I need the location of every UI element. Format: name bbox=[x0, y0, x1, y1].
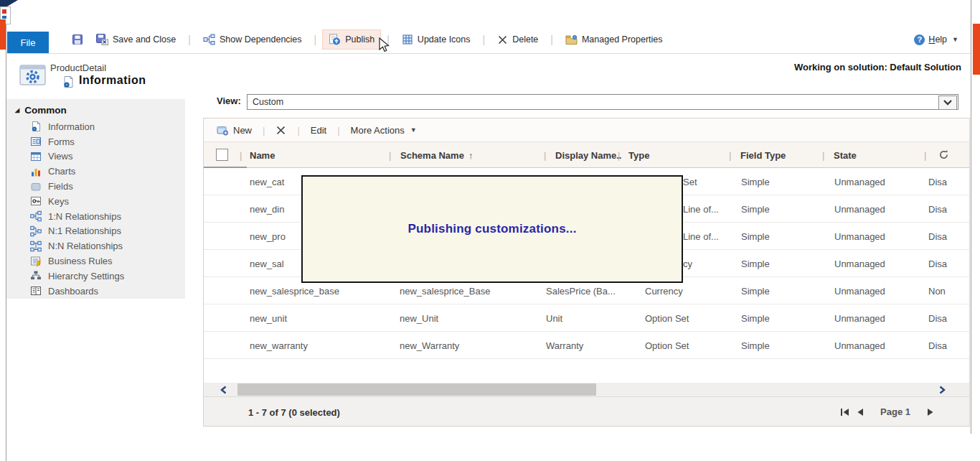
cell-field-type: Simple bbox=[741, 176, 770, 187]
grid-header-row: | Name | Schema Name↑ | Display Name.. |… bbox=[204, 142, 969, 168]
save-and-close-icon bbox=[96, 34, 108, 45]
show-dependencies-button[interactable]: Show Dependencies bbox=[197, 29, 308, 50]
column-separator: | bbox=[544, 149, 546, 160]
sidebar-nav-list: InformationFormsViewsChartsFieldsKeys1:N… bbox=[6, 119, 185, 299]
save-and-close-button[interactable]: Save and Close bbox=[90, 29, 182, 50]
cell-field-type: Simple bbox=[741, 203, 770, 214]
cell-name: new_unit bbox=[250, 312, 287, 323]
column-header-field-type[interactable]: Field Type bbox=[740, 149, 786, 160]
table-row[interactable]: new_unitnew_UnitUnitOption SetSimpleUnma… bbox=[204, 304, 969, 332]
show-dependencies-icon bbox=[203, 34, 215, 45]
column-header-name[interactable]: Name bbox=[250, 149, 275, 160]
sidebar: ◢ Common InformationFormsViewsChartsFiel… bbox=[6, 99, 185, 299]
horizontal-scrollbar[interactable] bbox=[204, 383, 969, 396]
sidebar-item-label: Keys bbox=[48, 196, 69, 207]
sidebar-item-business-rules[interactable]: Business Rules bbox=[6, 253, 185, 269]
file-tab[interactable]: File bbox=[7, 32, 49, 53]
next-page-button[interactable] bbox=[926, 408, 935, 416]
column-header-display-name[interactable]: Display Name.. bbox=[555, 149, 622, 160]
new-icon bbox=[217, 124, 229, 136]
sidebar-item-dashboards[interactable]: Dashboards bbox=[6, 284, 185, 299]
publish-label: Publish bbox=[345, 34, 374, 45]
update-icons-label: Update Icons bbox=[418, 34, 471, 45]
delete-label: Delete bbox=[512, 34, 538, 45]
view-dropdown[interactable]: Custom bbox=[247, 94, 958, 110]
scrollbar-thumb[interactable] bbox=[237, 383, 596, 396]
sidebar-item-forms[interactable]: Forms bbox=[6, 134, 185, 149]
update-icons-icon bbox=[402, 34, 413, 45]
sidebar-item-information[interactable]: Information bbox=[6, 119, 185, 134]
cell-schema: new_Warranty bbox=[400, 340, 459, 350]
cell-state: Unmanaged bbox=[834, 203, 885, 214]
cell-last: Disa bbox=[928, 312, 947, 323]
cell-state: Unmanaged bbox=[834, 176, 885, 187]
sidebar-group-common[interactable]: ◢ Common bbox=[6, 99, 185, 119]
column-header-schema[interactable]: Schema Name↑ bbox=[400, 149, 473, 160]
sidebar-group-label: Common bbox=[24, 105, 67, 116]
sidebar-item-views[interactable]: Views bbox=[6, 149, 185, 164]
scroll-right-icon[interactable] bbox=[935, 383, 949, 396]
help-button[interactable]: ? Help ▼ bbox=[914, 26, 958, 53]
cell-state: Unmanaged bbox=[834, 340, 885, 350]
new-button[interactable]: New bbox=[212, 121, 256, 139]
select-all-checkbox[interactable] bbox=[216, 149, 228, 161]
chevron-down-icon: ▼ bbox=[410, 126, 417, 134]
delete-button[interactable]: Delete bbox=[491, 30, 545, 50]
delete-rows-button[interactable] bbox=[271, 122, 291, 139]
previous-page-button[interactable] bbox=[856, 408, 864, 416]
toolbar-separator: | bbox=[263, 125, 265, 136]
sidebar-item-1-n-relationships[interactable]: 1:N Relationships bbox=[6, 209, 185, 224]
sidebar-item-label: Fields bbox=[48, 181, 73, 192]
table-row[interactable]: new_warrantynew_WarrantyWarrantyOption S… bbox=[204, 332, 969, 359]
cell-type-fragment: Set bbox=[683, 176, 697, 187]
publishing-dialog: Publishing customizations... bbox=[301, 175, 683, 283]
help-label: Help bbox=[928, 34, 947, 45]
column-header-state[interactable]: State bbox=[834, 149, 857, 160]
forms-icon bbox=[30, 136, 42, 147]
more-actions-label: More Actions bbox=[351, 125, 405, 136]
publish-button[interactable]: Publish bbox=[322, 29, 381, 50]
cell-name: new_salesprice_base bbox=[250, 285, 339, 296]
sidebar-item-fields[interactable]: Fields bbox=[6, 179, 185, 194]
scroll-left-icon[interactable] bbox=[217, 383, 231, 396]
cell-state: Unmanaged bbox=[834, 285, 885, 296]
column-header-type[interactable]: Type bbox=[628, 149, 649, 160]
sidebar-item-label: Information bbox=[48, 121, 95, 132]
save-button[interactable] bbox=[65, 29, 90, 50]
sidebar-item-label: Dashboards bbox=[48, 286, 98, 297]
save-and-close-label: Save and Close bbox=[113, 34, 176, 45]
cell-state: Unmanaged bbox=[834, 230, 885, 241]
page-indicator: Page 1 bbox=[880, 406, 910, 417]
sidebar-item-hierarchy-settings[interactable]: Hierarchy Settings bbox=[6, 269, 185, 284]
background-window-blue-mark bbox=[2, 16, 6, 19]
managed-properties-button[interactable]: Managed Properties bbox=[559, 29, 669, 50]
update-icons-button[interactable]: Update Icons bbox=[395, 29, 477, 50]
sidebar-item-charts[interactable]: Charts bbox=[6, 164, 185, 179]
information-page-icon bbox=[62, 75, 75, 88]
collapse-triangle-icon: ◢ bbox=[15, 107, 19, 113]
working-on-solution-label: Working on solution: Default Solution bbox=[794, 62, 961, 73]
toolbar-separator: | bbox=[337, 125, 339, 136]
sidebar-item-label: Business Rules bbox=[48, 256, 113, 266]
column-separator: | bbox=[729, 149, 731, 160]
more-actions-button[interactable]: More Actions ▼ bbox=[347, 122, 421, 139]
entity-name: ProductDetail bbox=[50, 62, 106, 73]
edit-label: Edit bbox=[311, 125, 326, 136]
chevron-down-icon[interactable] bbox=[938, 96, 957, 110]
cell-field-type: Simple bbox=[741, 312, 770, 323]
column-separator: | bbox=[240, 149, 242, 160]
column-separator: | bbox=[618, 149, 620, 160]
new-label: New bbox=[233, 125, 252, 136]
cell-field-type: Simple bbox=[741, 340, 770, 350]
cell-display: Unit bbox=[546, 312, 562, 323]
sidebar-item-n-n-relationships[interactable]: N:N Relationships bbox=[6, 238, 185, 253]
business-rules-icon bbox=[30, 256, 42, 267]
refresh-icon[interactable] bbox=[937, 148, 951, 162]
entity-icon bbox=[19, 63, 48, 88]
edit-button[interactable]: Edit bbox=[306, 122, 331, 139]
cell-last: Non bbox=[928, 285, 946, 296]
first-page-button[interactable] bbox=[840, 408, 850, 416]
cell-display: SalesPrice (Ba... bbox=[546, 285, 616, 296]
sidebar-item-keys[interactable]: Keys bbox=[6, 194, 185, 209]
sidebar-item-n-1-relationships[interactable]: N:1 Relationships bbox=[6, 224, 185, 239]
